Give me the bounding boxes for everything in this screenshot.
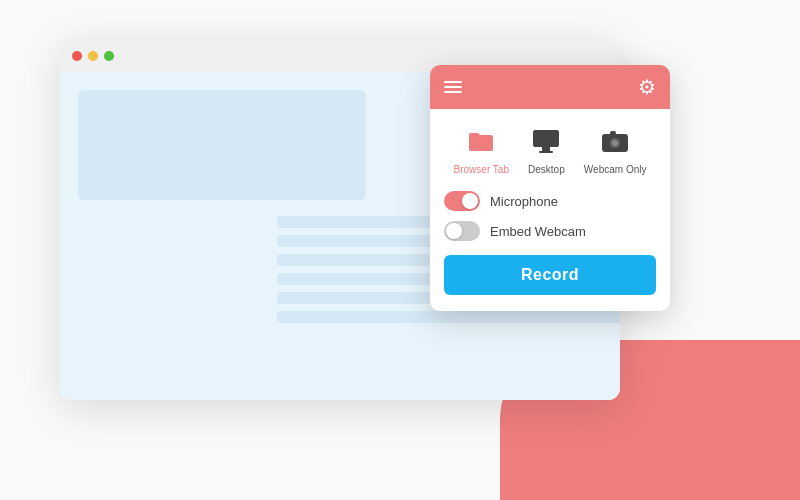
source-browser-tab[interactable]: Browser Tab bbox=[454, 123, 509, 175]
dot-yellow bbox=[88, 51, 98, 61]
content-line bbox=[277, 311, 620, 323]
dot-green bbox=[104, 51, 114, 61]
microphone-label: Microphone bbox=[490, 194, 558, 209]
desktop-label: Desktop bbox=[528, 164, 565, 175]
embed-webcam-toggle-thumb bbox=[446, 223, 462, 239]
content-image-placeholder bbox=[78, 90, 366, 200]
webcam-icon bbox=[597, 123, 633, 159]
microphone-toggle-row: Microphone bbox=[444, 191, 656, 211]
svg-rect-0 bbox=[469, 137, 493, 151]
svg-point-6 bbox=[612, 140, 618, 146]
svg-rect-1 bbox=[533, 130, 559, 147]
svg-rect-3 bbox=[539, 151, 553, 153]
source-webcam-only[interactable]: Webcam Only bbox=[584, 123, 647, 175]
browser-tab-label: Browser Tab bbox=[454, 164, 509, 175]
record-button[interactable]: Record bbox=[444, 255, 656, 295]
browser-tab-icon bbox=[463, 123, 499, 159]
embed-webcam-toggle-row: Embed Webcam bbox=[444, 221, 656, 241]
webcam-only-label: Webcam Only bbox=[584, 164, 647, 175]
embed-webcam-toggle[interactable] bbox=[444, 221, 480, 241]
gear-icon[interactable]: ⚙ bbox=[638, 75, 656, 99]
microphone-toggle[interactable] bbox=[444, 191, 480, 211]
microphone-toggle-thumb bbox=[462, 193, 478, 209]
popup-panel: ⚙ Browser Tab bbox=[430, 65, 670, 311]
hamburger-menu-icon[interactable] bbox=[444, 81, 462, 93]
svg-rect-2 bbox=[542, 147, 550, 151]
dot-red bbox=[72, 51, 82, 61]
desktop-icon bbox=[528, 123, 564, 159]
source-desktop[interactable]: Desktop bbox=[528, 123, 565, 175]
popup-body: Browser Tab Desktop bbox=[430, 109, 670, 311]
source-options: Browser Tab Desktop bbox=[444, 123, 656, 175]
embed-webcam-label: Embed Webcam bbox=[490, 224, 586, 239]
svg-rect-7 bbox=[610, 131, 616, 135]
popup-header: ⚙ bbox=[430, 65, 670, 109]
